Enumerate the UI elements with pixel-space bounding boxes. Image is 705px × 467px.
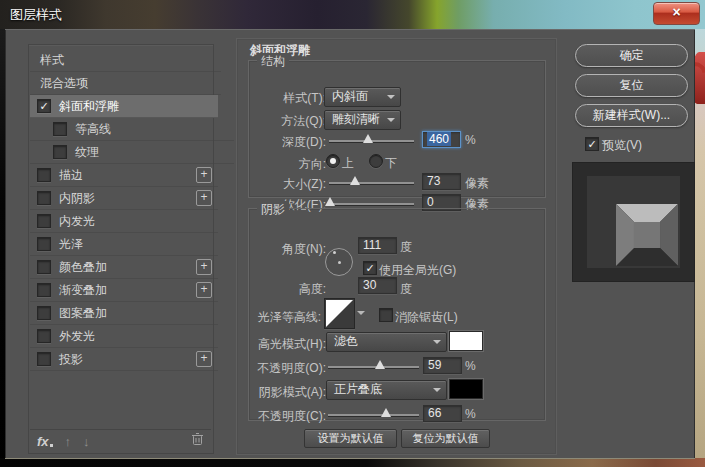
add-effect-button[interactable]: + bbox=[196, 190, 212, 206]
chevron-down-icon bbox=[433, 388, 441, 392]
checkbox-unchecked[interactable] bbox=[37, 329, 51, 343]
checkbox-unchecked[interactable] bbox=[37, 352, 51, 366]
soften-slider[interactable] bbox=[329, 203, 414, 205]
sidebar-item-pattern-overlay[interactable]: 图案叠加 bbox=[30, 302, 218, 325]
soften-slider-thumb[interactable] bbox=[325, 197, 335, 206]
sidebar-item-label: 颜色叠加 bbox=[59, 259, 107, 276]
depth-input[interactable]: 460 bbox=[422, 131, 461, 148]
style-list-panel: 样式 混合选项 ✓ 斜面和浮雕 等高线 纹理 描边 + 内阴影 bbox=[28, 44, 214, 454]
sidebar-item-contour[interactable]: 等高线 bbox=[30, 118, 234, 141]
checkbox-unchecked[interactable] bbox=[37, 214, 51, 228]
sidebar-item-label: 外发光 bbox=[59, 328, 95, 345]
shadow-opacity-label: 不透明度(C): bbox=[236, 408, 326, 425]
sidebar-item-satin[interactable]: 光泽 bbox=[30, 233, 218, 256]
chevron-down-icon bbox=[387, 95, 395, 99]
direction-down-radio[interactable] bbox=[369, 154, 383, 168]
checkbox-unchecked[interactable] bbox=[37, 191, 51, 205]
reset-button[interactable]: 复位 bbox=[575, 74, 688, 97]
gloss-contour-picker[interactable] bbox=[324, 298, 355, 329]
direction-label: 方向: bbox=[236, 156, 326, 173]
highlight-mode-dropdown[interactable]: 滤色 bbox=[326, 332, 447, 352]
angle-dial-indicator bbox=[333, 251, 336, 254]
add-effect-button[interactable]: + bbox=[196, 167, 212, 183]
checkbox-unchecked[interactable] bbox=[37, 283, 51, 297]
sidebar-item-styles[interactable]: 样式 bbox=[30, 49, 221, 72]
anti-alias-checkbox[interactable] bbox=[379, 308, 393, 322]
sidebar-item-bevel-emboss[interactable]: ✓ 斜面和浮雕 bbox=[30, 95, 218, 118]
trash-icon[interactable] bbox=[191, 432, 204, 450]
checkbox-unchecked[interactable] bbox=[53, 122, 67, 136]
close-button[interactable]: × bbox=[653, 2, 700, 25]
check-icon: ✓ bbox=[364, 262, 376, 274]
technique-label: 方法(Q): bbox=[236, 113, 326, 130]
add-effect-button[interactable]: + bbox=[196, 259, 212, 275]
checkbox-checked[interactable]: ✓ bbox=[37, 99, 51, 113]
depth-label: 深度(D): bbox=[236, 134, 326, 151]
shadow-opacity-slider-thumb[interactable] bbox=[381, 408, 391, 417]
anti-alias-label: 消除锯齿(L) bbox=[395, 309, 458, 326]
angle-input[interactable]: 111 bbox=[358, 237, 397, 254]
sidebar-item-outer-glow[interactable]: 外发光 bbox=[30, 325, 218, 348]
fx-icon[interactable]: fx bbox=[37, 434, 49, 449]
sidebar-item-gradient-overlay[interactable]: 渐变叠加 + bbox=[30, 279, 218, 302]
highlight-opacity-slider-thumb[interactable] bbox=[375, 360, 385, 369]
checkbox-unchecked[interactable] bbox=[37, 168, 51, 182]
desktop-background-bottom bbox=[0, 458, 705, 467]
technique-dropdown-value: 雕刻清晰 bbox=[332, 112, 380, 126]
shadow-opacity-input[interactable]: 66 bbox=[423, 405, 462, 422]
preview-checkbox[interactable]: ✓ bbox=[585, 137, 599, 151]
sidebar-item-label: 渐变叠加 bbox=[59, 282, 107, 299]
highlight-mode-value: 滤色 bbox=[334, 334, 358, 348]
sidebar-item-inner-shadow[interactable]: 内阴影 + bbox=[30, 187, 218, 210]
sidebar-item-label: 斜面和浮雕 bbox=[59, 98, 119, 115]
sidebar-item-label: 光泽 bbox=[59, 236, 83, 253]
add-effect-button[interactable]: + bbox=[196, 282, 212, 298]
highlight-opacity-unit: % bbox=[465, 359, 476, 373]
move-up-icon[interactable]: ↑ bbox=[65, 434, 72, 449]
checkbox-unchecked[interactable] bbox=[37, 260, 51, 274]
sidebar-item-inner-glow[interactable]: 内发光 bbox=[30, 210, 218, 233]
checkbox-unchecked[interactable] bbox=[37, 306, 51, 320]
sidebar-item-color-overlay[interactable]: 颜色叠加 + bbox=[30, 256, 218, 279]
close-icon: × bbox=[672, 4, 680, 20]
style-dropdown[interactable]: 内斜面 bbox=[324, 87, 401, 107]
reset-default-button[interactable]: 复位为默认值 bbox=[401, 429, 490, 448]
shadow-opacity-unit: % bbox=[465, 407, 476, 421]
checkbox-unchecked[interactable] bbox=[37, 237, 51, 251]
title-bar[interactable]: 图层样式 × bbox=[0, 0, 705, 29]
sidebar-item-texture[interactable]: 纹理 bbox=[30, 141, 234, 164]
set-default-button[interactable]: 设置为默认值 bbox=[304, 429, 397, 448]
ok-button[interactable]: 确定 bbox=[575, 44, 688, 67]
shadow-mode-label: 阴影模式(A): bbox=[236, 384, 326, 401]
highlight-opacity-slider[interactable] bbox=[328, 366, 419, 368]
sidebar-item-stroke[interactable]: 描边 + bbox=[30, 164, 218, 187]
use-global-light-checkbox[interactable]: ✓ bbox=[363, 261, 377, 275]
new-style-button[interactable]: 新建样式(W)... bbox=[575, 104, 688, 127]
depth-slider-thumb[interactable] bbox=[363, 134, 373, 143]
altitude-unit: 度 bbox=[400, 281, 412, 298]
shadow-mode-dropdown[interactable]: 正片叠底 bbox=[326, 380, 447, 400]
direction-up-radio[interactable] bbox=[326, 154, 340, 168]
size-input[interactable]: 73 bbox=[422, 173, 461, 190]
sidebar-item-blending-options[interactable]: 混合选项 bbox=[30, 72, 221, 95]
shadow-color-swatch[interactable] bbox=[449, 379, 483, 399]
size-slider[interactable] bbox=[329, 182, 414, 184]
layer-style-dialog: 样式 混合选项 ✓ 斜面和浮雕 等高线 纹理 描边 + 内阴影 bbox=[5, 29, 695, 459]
size-slider-thumb[interactable] bbox=[350, 176, 360, 185]
size-label: 大小(Z): bbox=[236, 176, 326, 193]
highlight-color-swatch[interactable] bbox=[449, 331, 483, 351]
gloss-contour-label: 光泽等高线: bbox=[211, 309, 321, 326]
sidebar-item-drop-shadow[interactable]: 投影 + bbox=[30, 348, 218, 371]
sidebar-toolbar: fx ↑ ↓ bbox=[30, 429, 211, 452]
altitude-input[interactable]: 30 bbox=[358, 277, 397, 294]
highlight-opacity-input[interactable]: 59 bbox=[423, 357, 462, 374]
options-panel: 斜面和浮雕 结构 样式(T): 内斜面 方法(Q): 雕刻清晰 深度(D): 4… bbox=[236, 38, 557, 455]
angle-dial[interactable] bbox=[325, 248, 353, 276]
chevron-down-icon[interactable] bbox=[357, 311, 365, 315]
screen: 图层样式 × 样式 混合选项 ✓ 斜面和浮雕 等高线 纹理 描边 + bbox=[0, 0, 705, 467]
technique-dropdown[interactable]: 雕刻清晰 bbox=[324, 110, 401, 130]
checkbox-unchecked[interactable] bbox=[53, 145, 67, 159]
move-down-icon[interactable]: ↓ bbox=[83, 434, 90, 449]
add-effect-button[interactable]: + bbox=[196, 351, 212, 367]
shadow-opacity-slider[interactable] bbox=[328, 414, 419, 416]
